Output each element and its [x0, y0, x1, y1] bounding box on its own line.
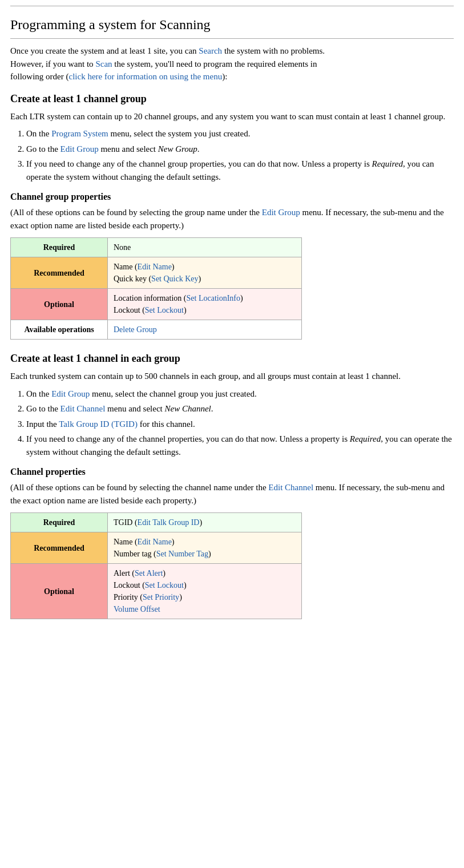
section1-steps: On the Program System menu, select the s…	[26, 127, 454, 183]
link-delete-group[interactable]: Delete Group	[114, 325, 157, 334]
link-tgid[interactable]: Talk Group ID (TGID)	[59, 419, 138, 429]
table-row: Optional Location information (Set Locat…	[11, 289, 302, 320]
link-search[interactable]: Search	[199, 46, 222, 55]
intro-text3-before: following order (	[10, 72, 68, 81]
channel-group-props-table: Required None Recommended Name (Edit Nam…	[10, 237, 302, 340]
required-value-2: TGID (Edit Talk Group ID)	[108, 513, 302, 532]
intro-text3-after: ):	[222, 72, 227, 81]
link-edit-name-1[interactable]: Edit Name	[138, 263, 172, 271]
link-edit-talk-group-id[interactable]: Edit Talk Group ID	[138, 518, 200, 527]
page-title: Programming a system for Scanning	[10, 14, 454, 39]
link-edit-channel-1[interactable]: Edit Channel	[60, 404, 106, 413]
link-volume-offset[interactable]: Volume Offset	[114, 605, 160, 613]
intro-text1-after: the system with no problems.	[222, 46, 325, 55]
optional-label-2: Optional	[11, 564, 108, 619]
section2-para: Each trunked system can contain up to 50…	[10, 370, 454, 383]
channel-props-title: Channel properties	[10, 465, 454, 479]
link-edit-group-2[interactable]: Edit Group	[262, 208, 300, 217]
list-item: On the Edit Group menu, select the chann…	[26, 387, 454, 401]
section2-steps: On the Edit Group menu, select the chann…	[26, 387, 454, 459]
channel-group-props-title: Channel group properties	[10, 190, 454, 204]
recommended-value-2: Name (Edit Name) Number tag (Set Number …	[108, 532, 302, 564]
optional-value-2: Alert (Set Alert) Lockout (Set Lockout) …	[108, 564, 302, 619]
list-item: Go to the Edit Channel menu and select N…	[26, 402, 454, 415]
link-set-lockout-2[interactable]: Set Lockout	[145, 581, 184, 590]
intro-text2-after: the system, you'll need to program the r…	[112, 59, 317, 68]
section1-title: Create at least 1 channel group	[10, 91, 454, 107]
recommended-label-2: Recommended	[11, 532, 108, 564]
link-menu[interactable]: click here for information on using the …	[68, 72, 222, 81]
channel-props-intro: (All of these options can be found by se…	[10, 481, 454, 507]
list-item: Go to the Edit Group menu and select New…	[26, 143, 454, 156]
intro-text1-before: Once you create the system and at least …	[10, 46, 199, 55]
table-row: Available operations Delete Group	[11, 320, 302, 340]
recommended-value: Name (Edit Name) Quick key (Set Quick Ke…	[108, 257, 302, 289]
link-set-lockout-1[interactable]: Set Lockout	[145, 306, 184, 314]
top-border	[10, 6, 454, 6]
required-value: None	[108, 238, 302, 257]
link-set-number-tag[interactable]: Set Number Tag	[156, 550, 208, 558]
link-edit-name-2[interactable]: Edit Name	[138, 538, 172, 546]
available-value: Delete Group	[108, 320, 302, 340]
link-edit-group-1[interactable]: Edit Group	[60, 144, 99, 154]
link-set-quick-key[interactable]: Set Quick Key	[151, 274, 198, 283]
link-set-priority[interactable]: Set Priority	[143, 593, 179, 601]
list-item: If you need to change any of the channel…	[26, 433, 454, 458]
channel-props-table: Required TGID (Edit Talk Group ID) Recom…	[10, 512, 302, 619]
table-row: Recommended Name (Edit Name) Number tag …	[11, 532, 302, 564]
intro-paragraph: Once you create the system and at least …	[10, 45, 454, 83]
link-set-alert[interactable]: Set Alert	[135, 569, 163, 578]
link-edit-group-3[interactable]: Edit Group	[51, 389, 90, 398]
required-label: Required	[11, 238, 108, 257]
section2-title: Create at least 1 channel in each group	[10, 351, 454, 366]
table-row: Optional Alert (Set Alert) Lockout (Set …	[11, 564, 302, 619]
link-edit-channel-2[interactable]: Edit Channel	[268, 483, 313, 492]
channel-group-props-intro: (All of these options can be found by se…	[10, 206, 454, 232]
link-program-system[interactable]: Program System	[51, 129, 108, 138]
link-set-locationinfo[interactable]: Set LocationInfo	[187, 294, 240, 302]
list-item: Input the Talk Group ID (TGID) for this …	[26, 418, 454, 431]
required-label-2: Required	[11, 513, 108, 532]
available-label: Available operations	[11, 320, 108, 340]
link-scan[interactable]: Scan	[95, 59, 112, 68]
table-row: Recommended Name (Edit Name) Quick key (…	[11, 257, 302, 289]
optional-value: Location information (Set LocationInfo) …	[108, 289, 302, 320]
intro-text2-before: However, if you want to	[10, 59, 95, 68]
table-row: Required None	[11, 238, 302, 257]
table-row: Required TGID (Edit Talk Group ID)	[11, 513, 302, 532]
recommended-label: Recommended	[11, 257, 108, 289]
list-item: If you need to change any of the channel…	[26, 158, 454, 183]
optional-label: Optional	[11, 289, 108, 320]
list-item: On the Program System menu, select the s…	[26, 127, 454, 140]
section1-para: Each LTR system can contain up to 20 cha…	[10, 110, 454, 123]
